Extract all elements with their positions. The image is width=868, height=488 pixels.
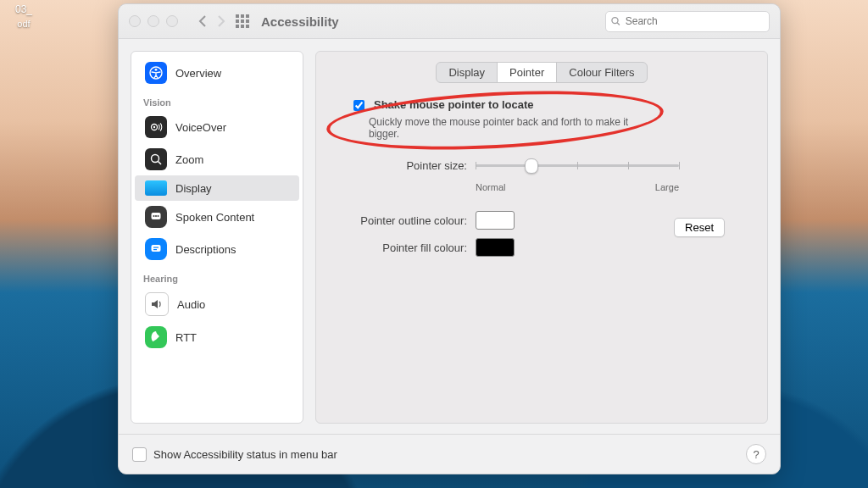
- menubar-status-label: Show Accessibility status in menu bar: [153, 448, 337, 461]
- svg-line-7: [159, 162, 162, 165]
- show-all-button[interactable]: [236, 14, 249, 28]
- sidebar-item-label: RTT: [175, 331, 197, 344]
- zoom-button[interactable]: [166, 15, 178, 27]
- pointer-fill-colour-well[interactable]: [476, 238, 515, 257]
- section-header-vision: Vision: [131, 89, 303, 111]
- pointer-size-slider[interactable]: [476, 157, 679, 174]
- svg-point-10: [155, 215, 157, 217]
- sidebar-item-voiceover[interactable]: VoiceOver: [135, 111, 299, 143]
- audio-icon: [145, 292, 169, 316]
- sidebar-item-label: Display: [175, 182, 212, 195]
- search-field[interactable]: [605, 11, 770, 32]
- desktop-file-fragment: 03_ odf: [15, 3, 32, 29]
- svg-point-11: [158, 215, 159, 217]
- tab-pointer[interactable]: Pointer: [497, 63, 556, 82]
- desktop-file-name-bottom: odf: [15, 19, 32, 29]
- svg-point-9: [153, 215, 155, 217]
- sidebar-item-descriptions[interactable]: Descriptions: [135, 233, 299, 265]
- pointer-size-label: Pointer size:: [331, 159, 476, 172]
- svg-point-0: [612, 18, 618, 24]
- preferences-window: Accessibility Overview Vision VoiceOver: [118, 3, 781, 474]
- sidebar-item-rtt[interactable]: RTT: [135, 321, 299, 353]
- display-icon: [145, 180, 167, 196]
- back-button[interactable]: [193, 12, 212, 30]
- sidebar-item-zoom[interactable]: Zoom: [135, 143, 299, 175]
- reset-button[interactable]: Reset: [674, 218, 725, 237]
- minimize-button[interactable]: [147, 15, 159, 27]
- pane-tabs: Display Pointer Colour Filters: [331, 62, 752, 83]
- sidebar-item-label: Overview: [175, 67, 221, 80]
- voiceover-icon: [145, 116, 167, 138]
- sidebar-item-label: VoiceOver: [175, 121, 226, 134]
- settings-pane: Display Pointer Colour Filters Shake mou…: [315, 51, 768, 424]
- tab-colour-filters[interactable]: Colour Filters: [556, 63, 646, 82]
- accessibility-icon: [145, 62, 167, 84]
- slider-max-label: Large: [655, 182, 679, 192]
- section-header-hearing: Hearing: [131, 265, 303, 287]
- svg-line-1: [617, 23, 620, 25]
- svg-point-5: [153, 126, 155, 128]
- annotation-circle: [326, 84, 665, 158]
- pointer-fill-label: Pointer fill colour:: [331, 241, 476, 254]
- sidebar-item-spoken-content[interactable]: Spoken Content: [135, 201, 299, 233]
- pointer-outline-label: Pointer outline colour:: [331, 214, 476, 227]
- pointer-outline-colour-well[interactable]: [476, 211, 515, 230]
- sidebar-item-label: Descriptions: [175, 243, 236, 256]
- window-controls: [129, 15, 178, 27]
- sidebar[interactable]: Overview Vision VoiceOver Zoom Display: [131, 51, 303, 424]
- svg-point-3: [155, 69, 158, 71]
- search-input[interactable]: [624, 14, 764, 28]
- forward-button[interactable]: [212, 12, 231, 30]
- sidebar-item-label: Zoom: [175, 153, 203, 166]
- sidebar-item-label: Audio: [177, 298, 205, 311]
- rtt-icon: [145, 326, 167, 348]
- search-icon: [611, 16, 620, 26]
- svg-point-6: [152, 155, 159, 163]
- close-button[interactable]: [129, 15, 141, 27]
- descriptions-icon: [145, 238, 167, 260]
- window-title: Accessibility: [261, 14, 339, 29]
- menubar-status-checkbox[interactable]: [132, 447, 147, 462]
- help-button[interactable]: ?: [746, 444, 766, 464]
- zoom-icon: [145, 148, 167, 170]
- svg-rect-14: [153, 249, 157, 250]
- tab-display[interactable]: Display: [437, 63, 497, 82]
- sidebar-item-label: Spoken Content: [175, 211, 254, 224]
- window-footer: Show Accessibility status in menu bar ?: [119, 434, 780, 474]
- sidebar-item-overview[interactable]: Overview: [135, 57, 299, 89]
- desktop-file-name-top: 03_: [15, 3, 32, 15]
- sidebar-item-audio[interactable]: Audio: [135, 287, 299, 321]
- svg-rect-13: [153, 247, 159, 248]
- spoken-content-icon: [145, 206, 167, 228]
- sidebar-item-display[interactable]: Display: [135, 175, 299, 201]
- titlebar: Accessibility: [119, 4, 780, 39]
- svg-rect-12: [152, 245, 161, 252]
- slider-min-label: Normal: [476, 182, 505, 192]
